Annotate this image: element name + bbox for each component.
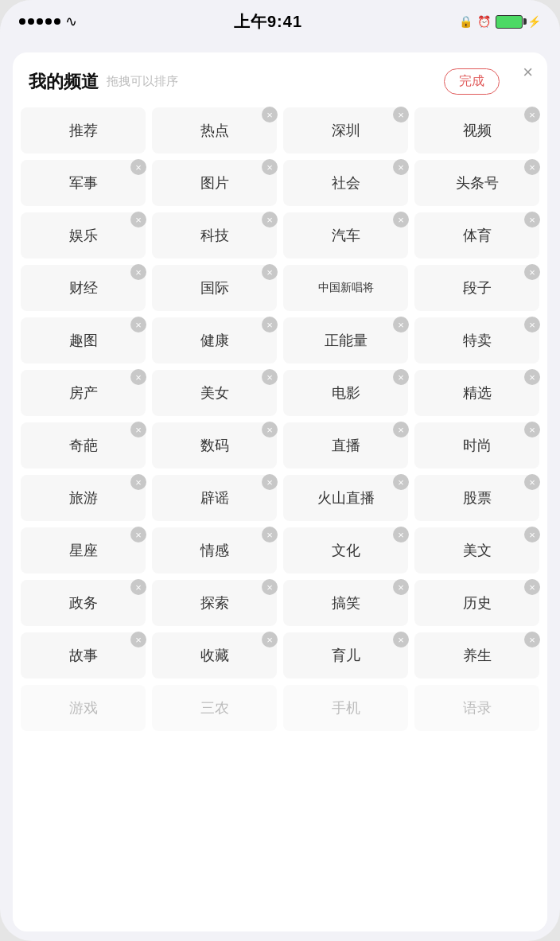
remove-badge[interactable]: × xyxy=(262,474,278,490)
remove-badge[interactable]: × xyxy=(524,369,540,385)
channel-item[interactable]: 视频× xyxy=(414,107,539,154)
remove-badge[interactable]: × xyxy=(262,527,278,542)
remove-badge[interactable]: × xyxy=(524,527,540,542)
channel-item[interactable]: 图片× xyxy=(152,160,277,206)
channel-item[interactable]: 手机 xyxy=(283,685,408,731)
channel-item[interactable]: 深圳× xyxy=(283,107,408,154)
remove-badge[interactable]: × xyxy=(262,579,278,595)
channel-item[interactable]: 国际× xyxy=(152,265,277,311)
remove-badge[interactable]: × xyxy=(262,159,278,175)
channel-item[interactable]: 健康× xyxy=(152,317,277,364)
channel-item[interactable]: 奇葩× xyxy=(21,422,146,469)
remove-badge[interactable]: × xyxy=(524,107,540,122)
channel-item[interactable]: 热点× xyxy=(152,107,277,154)
channel-label: 中国新唱将 xyxy=(318,281,374,295)
channel-item[interactable]: 星座× xyxy=(21,527,146,574)
channel-item[interactable]: 特卖× xyxy=(414,317,539,364)
remove-badge[interactable]: × xyxy=(524,422,540,437)
channel-item[interactable]: 直播× xyxy=(283,422,408,469)
channel-item[interactable]: 体育× xyxy=(414,212,539,259)
channel-item[interactable]: 股票× xyxy=(414,475,539,521)
remove-badge[interactable]: × xyxy=(393,579,409,595)
remove-badge[interactable]: × xyxy=(524,212,540,227)
remove-badge[interactable]: × xyxy=(393,159,409,175)
channel-item[interactable]: 汽车× xyxy=(283,212,408,259)
remove-badge[interactable]: × xyxy=(130,369,146,385)
channel-label: 军事 xyxy=(69,173,98,192)
remove-badge[interactable]: × xyxy=(393,632,409,647)
remove-badge[interactable]: × xyxy=(524,264,540,280)
channel-item[interactable]: 情感× xyxy=(152,527,277,574)
remove-badge[interactable]: × xyxy=(130,264,146,280)
remove-badge[interactable]: × xyxy=(393,212,409,227)
channel-item[interactable]: 语录 xyxy=(414,685,539,731)
lock-icon: 🔒 xyxy=(459,15,472,28)
channel-item[interactable]: 故事× xyxy=(21,632,146,679)
remove-badge[interactable]: × xyxy=(393,422,409,437)
remove-badge[interactable]: × xyxy=(262,422,278,437)
remove-badge[interactable]: × xyxy=(130,474,146,490)
channel-label: 图片 xyxy=(200,173,229,192)
channel-item[interactable]: 政务× xyxy=(21,580,146,626)
channel-item[interactable]: 军事× xyxy=(21,160,146,206)
channel-item[interactable]: 美文× xyxy=(414,527,539,574)
remove-badge[interactable]: × xyxy=(393,317,409,332)
remove-badge[interactable]: × xyxy=(262,317,278,332)
remove-badge[interactable]: × xyxy=(393,369,409,385)
channel-item[interactable]: 财经× xyxy=(21,265,146,311)
channel-label: 语录 xyxy=(463,698,492,717)
channel-item[interactable]: 美女× xyxy=(152,370,277,416)
remove-badge[interactable]: × xyxy=(130,527,146,542)
channel-item[interactable]: 正能量× xyxy=(283,317,408,364)
channel-label: 体育 xyxy=(463,226,492,245)
remove-badge[interactable]: × xyxy=(262,369,278,385)
remove-badge[interactable]: × xyxy=(393,474,409,490)
remove-badge[interactable]: × xyxy=(130,317,146,332)
remove-badge[interactable]: × xyxy=(524,159,540,175)
remove-badge[interactable]: × xyxy=(262,632,278,647)
channel-item[interactable]: 电影× xyxy=(283,370,408,416)
channel-item[interactable]: 科技× xyxy=(152,212,277,259)
remove-badge[interactable]: × xyxy=(393,107,409,122)
channel-item[interactable]: 旅游× xyxy=(21,475,146,521)
remove-badge[interactable]: × xyxy=(262,107,278,122)
channel-item[interactable]: 收藏× xyxy=(152,632,277,679)
channel-item[interactable]: 房产× xyxy=(21,370,146,416)
channel-item[interactable]: 数码× xyxy=(152,422,277,469)
channel-item[interactable]: 三农 xyxy=(152,685,277,731)
remove-badge[interactable]: × xyxy=(524,317,540,332)
remove-badge[interactable]: × xyxy=(262,264,278,280)
channel-item[interactable]: 文化× xyxy=(283,527,408,574)
remove-badge[interactable]: × xyxy=(130,212,146,227)
remove-badge[interactable]: × xyxy=(262,212,278,227)
channel-item[interactable]: 时尚× xyxy=(414,422,539,469)
remove-badge[interactable]: × xyxy=(524,579,540,595)
channel-item[interactable]: 游戏 xyxy=(21,685,146,731)
channel-label: 情感 xyxy=(200,541,229,560)
remove-badge[interactable]: × xyxy=(524,632,540,647)
remove-badge[interactable]: × xyxy=(130,159,146,175)
channel-item[interactable]: 段子× xyxy=(414,265,539,311)
channel-item[interactable]: 娱乐× xyxy=(21,212,146,259)
remove-badge[interactable]: × xyxy=(130,579,146,595)
channel-item[interactable]: 探索× xyxy=(152,580,277,626)
remove-badge[interactable]: × xyxy=(130,422,146,437)
remove-badge[interactable]: × xyxy=(393,527,409,542)
channel-item[interactable]: 头条号× xyxy=(414,160,539,206)
done-button[interactable]: 完成 xyxy=(444,68,500,95)
close-button[interactable]: × xyxy=(523,64,533,81)
channel-item[interactable]: 历史× xyxy=(414,580,539,626)
channel-item[interactable]: 搞笑× xyxy=(283,580,408,626)
channel-item[interactable]: 中国新唱将 xyxy=(283,265,408,311)
channel-item[interactable]: 火山直播× xyxy=(283,475,408,521)
remove-badge[interactable]: × xyxy=(130,632,146,647)
channel-item[interactable]: 社会× xyxy=(283,160,408,206)
channel-item[interactable]: 趣图× xyxy=(21,317,146,364)
channel-grid-scroll[interactable]: 推荐热点×深圳×视频×军事×图片×社会×头条号×娱乐×科技×汽车×体育×财经×国… xyxy=(13,104,547,931)
channel-item[interactable]: 辟谣× xyxy=(152,475,277,521)
channel-item[interactable]: 养生× xyxy=(414,632,539,679)
channel-item[interactable]: 精选× xyxy=(414,370,539,416)
channel-item[interactable]: 推荐 xyxy=(21,107,146,154)
channel-item[interactable]: 育儿× xyxy=(283,632,408,679)
remove-badge[interactable]: × xyxy=(524,474,540,490)
